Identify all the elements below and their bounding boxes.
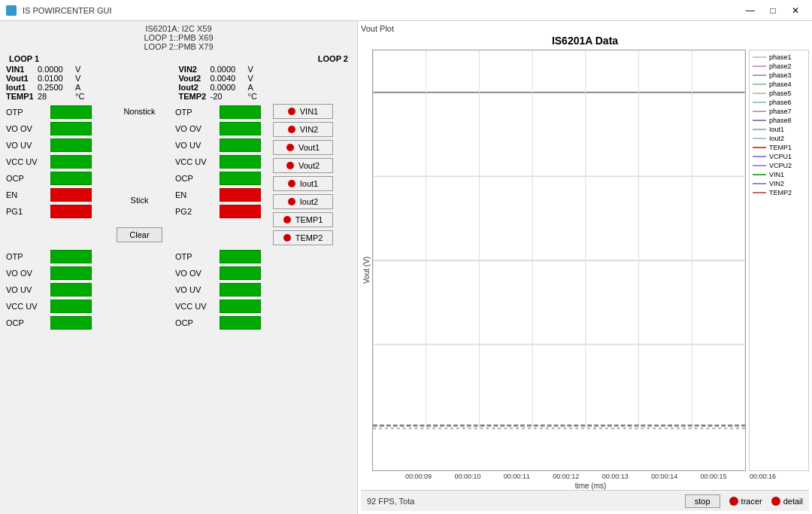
signal-dot (288, 126, 295, 133)
status-indicator (220, 188, 261, 202)
legend-line (753, 102, 766, 103)
legend-line (753, 84, 766, 85)
x-tick: 00:00:09 (405, 473, 432, 480)
legend-label: phase8 (769, 117, 792, 124)
legend-item-phase6: phase6 (753, 99, 805, 106)
signal-button-temp2[interactable]: TEMP2 (273, 230, 333, 245)
meas-unit: °C (75, 92, 86, 101)
status-area: OTPVO OVVO UVVCC UVOCPENPG1 Nonstick Sti… (6, 104, 351, 245)
maximize-button[interactable]: □ (762, 0, 783, 21)
status-row: OCP (6, 170, 104, 187)
title-bar-left: IS POWIRCENTER GUI (6, 5, 112, 16)
signal-btn-label: Iout1 (300, 179, 318, 188)
status-label: OCP (175, 174, 217, 183)
chart-title: IS6201A Data (361, 35, 809, 47)
clear-button[interactable]: Clear (117, 227, 162, 242)
status-label: OTP (175, 108, 217, 117)
status-label: PG1 (6, 207, 47, 216)
signal-button-iout2[interactable]: Iout2 (273, 194, 333, 209)
status-label: VCC UV (6, 157, 47, 166)
status-row: VO UV (175, 281, 273, 298)
vout-plot-label: Vout Plot (361, 24, 809, 33)
x-tick: 00:00:15 (701, 473, 727, 480)
meas-label: VIN1 (6, 65, 35, 74)
left-panel: IS6201A: I2C X59 LOOP 1::PMB X69 LOOP 2:… (0, 21, 357, 514)
legend-line (753, 183, 766, 184)
chart-inner: 01234 phase1phase2phase3phase4phase5phas… (372, 50, 809, 490)
legend-item-iout1: Iout1 (753, 126, 805, 133)
chart-canvas: 01234 (372, 50, 746, 471)
status-indicator (50, 266, 92, 280)
signal-button-temp1[interactable]: TEMP1 (273, 212, 333, 227)
meas-label: Iout1 (6, 83, 35, 92)
status-row: OTP (6, 248, 104, 265)
legend-line (753, 192, 766, 193)
legend-label: Iout1 (769, 126, 784, 133)
stop-button[interactable]: stop (685, 494, 720, 508)
meas-value: 28 (38, 92, 72, 101)
status-indicator (220, 122, 261, 135)
title-bar-controls: — □ ✕ (740, 0, 806, 21)
signal-button-vin2[interactable]: VIN2 (273, 122, 333, 137)
legend-label: phase6 (769, 99, 792, 106)
status-label: VO OV (175, 269, 217, 278)
legend-line (753, 129, 766, 130)
status-row: VO OV (6, 265, 104, 281)
status-indicator (50, 105, 92, 119)
status-right-col2: OTPVO OVVO UVVCC UVOCP (175, 248, 273, 331)
legend-item-phase5: phase5 (753, 90, 805, 97)
signal-btn-label: Vout1 (298, 143, 320, 152)
signal-button-iout1[interactable]: Iout1 (273, 176, 333, 191)
status-indicator (220, 172, 261, 185)
status-row: VCC UV (6, 298, 104, 315)
status-row: EN (6, 187, 104, 203)
legend-line (753, 75, 766, 76)
chart-and-legend: 01234 phase1phase2phase3phase4phase5phas… (372, 50, 809, 471)
minimize-button[interactable]: — (740, 0, 761, 21)
measurements-right: VIN20.0000VVout20.0040VIout20.0000ATEMP2… (179, 65, 352, 101)
status-row: VO OV (175, 265, 273, 281)
legend-label: phase1 (769, 53, 792, 61)
meas-value: 0.0100 (38, 74, 72, 83)
x-axis-label: time (ms) (575, 482, 607, 490)
legend-line (753, 120, 766, 121)
legend-item-iout2: Iout2 (753, 135, 805, 142)
signal-dot (288, 180, 295, 187)
status-row: OCP (175, 170, 273, 187)
status-indicator (50, 155, 92, 169)
detail-indicator: detail (771, 497, 803, 506)
legend-label: phase3 (769, 71, 792, 79)
nonstick-label: Nonstick (123, 107, 155, 116)
meas-row-vin1: VIN10.0000V (6, 65, 179, 74)
legend-item-phase7: phase7 (753, 108, 805, 115)
signal-dot (288, 108, 295, 115)
status-area2: OTPVO OVVO UVVCC UVOCP OTPVO OVVO UVVCC … (6, 248, 351, 331)
close-button[interactable]: ✕ (785, 0, 806, 21)
signal-button-vout1[interactable]: Vout1 (273, 140, 333, 155)
status-label: VCC UV (175, 302, 217, 311)
status-indicator (220, 250, 261, 263)
status-label: PG2 (175, 207, 217, 216)
signal-button-vin1[interactable]: VIN1 (273, 104, 333, 119)
status-label: VO OV (175, 124, 217, 133)
status-label: OCP (175, 318, 217, 327)
status-left-col1: OTPVO OVVO UVVCC UVOCPENPG1 (6, 104, 104, 245)
signal-dot (286, 144, 294, 151)
status-indicator (220, 105, 261, 119)
signal-button-vout2[interactable]: Vout2 (273, 158, 333, 173)
status-label: OCP (6, 174, 47, 183)
chart-legend: phase1phase2phase3phase4phase5phase6phas… (749, 50, 809, 471)
measurements: VIN10.0000VVout10.0100VIout10.2500ATEMP1… (6, 65, 351, 101)
middle-col: Nonstick Stick Clear (104, 104, 175, 245)
meas-unit: A (75, 83, 86, 92)
status-label: OCP (6, 318, 47, 327)
meas-value: 0.2500 (38, 83, 72, 92)
status-row: VCC UV (175, 154, 273, 170)
loop2-label: LOOP 2 (318, 54, 348, 63)
header-line1: IS6201A: I2C X59 (6, 24, 351, 33)
legend-item-vcpu1: VCPU1 (753, 153, 805, 160)
signal-dot (286, 162, 294, 169)
meas-value: 0.0000 (211, 65, 245, 74)
header-info: IS6201A: I2C X59 LOOP 1::PMB X69 LOOP 2:… (6, 24, 351, 51)
x-ticks: 00:00:0900:00:1000:00:1100:00:1200:00:13… (405, 471, 776, 482)
